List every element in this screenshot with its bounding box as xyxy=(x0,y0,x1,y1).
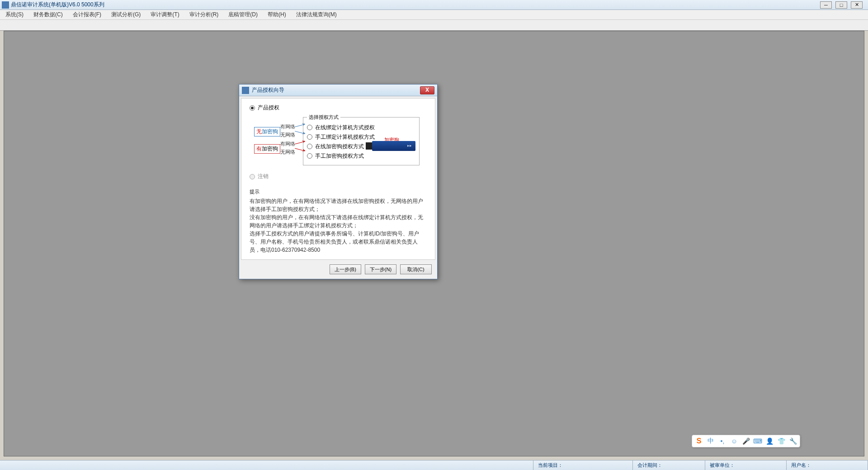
main-titlebar: 鼎信诺审计系统(单机版)V6.0 5000系列 ─ □ ✕ xyxy=(0,0,868,10)
status-project: 当前项目： xyxy=(533,461,633,470)
label-has-net-1: 有网络 xyxy=(280,123,295,130)
status-user: 用户名： xyxy=(787,461,868,470)
menu-adjust[interactable]: 审计调整(T) xyxy=(149,10,181,19)
radio-product-auth[interactable]: 产品授权 xyxy=(250,104,427,112)
arrow-icon xyxy=(295,125,303,127)
label-has-net-2: 有网络 xyxy=(280,141,295,147)
hint-title: 提示 xyxy=(250,188,427,195)
minimize-button[interactable]: ─ xyxy=(820,1,832,9)
ime-skin-icon[interactable]: 👕 xyxy=(777,437,785,445)
dialog-title: 产品授权向导 xyxy=(252,86,284,94)
close-button[interactable]: ✕ xyxy=(851,1,863,9)
radio-icon xyxy=(250,174,255,179)
hint-section: 提示 有加密狗的用户，在有网络情况下请选择在线加密狗授权，无网络的用户请选择手工… xyxy=(250,188,427,254)
menu-papers[interactable]: 底稿管理(D) xyxy=(226,10,259,19)
status-empty xyxy=(0,461,533,470)
arrow-icon xyxy=(295,148,303,151)
toolbar-area xyxy=(0,20,868,31)
radio-label: 在线加密狗授权方式 xyxy=(315,143,364,150)
radio-icon xyxy=(307,144,312,149)
ime-keyboard-icon[interactable]: ⌨ xyxy=(754,437,762,445)
hint-body: 有加密狗的用户，在有网络情况下请选择在线加密狗授权，无网络的用户请选择手工加密狗… xyxy=(250,197,427,254)
menu-bar: 系统(S) 财务数据(C) 会计报表(F) 测试分析(G) 审计调整(T) 审计… xyxy=(0,10,868,20)
menu-finance[interactable]: 财务数据(C) xyxy=(32,10,65,19)
label-no-net-1: 无网络 xyxy=(280,132,295,138)
ime-logo-icon[interactable]: S xyxy=(695,437,703,445)
dialog-body: 产品授权 无加密狗 有加密狗 有网络 无网络 有网络 无网络 选择授权方式 在线… xyxy=(241,98,435,260)
status-bar: 当前项目： 会计期间： 被审单位： 用户名： xyxy=(0,460,868,470)
arrow-icon xyxy=(295,131,303,134)
radio-icon xyxy=(250,105,255,111)
ime-user-icon[interactable]: 👤 xyxy=(765,437,774,445)
radio-manual-dongle[interactable]: 手工加密狗授权方式 xyxy=(307,152,415,160)
status-audited: 被审单位： xyxy=(705,461,787,470)
radio-icon xyxy=(307,134,312,140)
radio-label: 手工加密狗授权方式 xyxy=(315,152,364,160)
ime-emoji-icon[interactable]: ☺ xyxy=(730,437,738,445)
ime-toolbar[interactable]: S 中 •, ☺ 🎤 ⌨ 👤 👕 🔧 xyxy=(692,435,800,447)
dialog-button-row: 上一步(B) 下一步(N) 取消(C) xyxy=(239,262,437,279)
radio-label: 在线绑定计算机方式授权 xyxy=(315,124,375,132)
cancel-button[interactable]: 取消(C) xyxy=(400,264,432,274)
auth-guide-left: 无加密狗 有加密狗 有网络 无网络 有网络 无网络 xyxy=(254,117,299,165)
radio-product-auth-label: 产品授权 xyxy=(258,104,279,112)
app-icon xyxy=(2,1,9,9)
radio-icon xyxy=(307,153,312,159)
radio-manual-computer[interactable]: 手工绑定计算机授权方式 xyxy=(307,133,415,141)
menu-law[interactable]: 法律法规查询(M) xyxy=(294,10,339,19)
arrow-icon xyxy=(295,142,303,145)
maximize-button[interactable]: □ xyxy=(835,1,847,9)
dongle-image: ▸▸ xyxy=(372,141,415,151)
fieldset-legend: 选择授权方式 xyxy=(307,114,340,121)
dialog-close-button[interactable]: X xyxy=(420,86,434,94)
app-title: 鼎信诺审计系统(单机版)V6.0 5000系列 xyxy=(11,1,104,9)
menu-reports[interactable]: 会计报表(F) xyxy=(71,10,103,19)
next-button[interactable]: 下一步(N) xyxy=(365,264,396,274)
tag-no-dongle: 无加密狗 xyxy=(254,127,280,136)
ime-settings-icon[interactable]: 🔧 xyxy=(789,437,797,445)
ime-lang-icon[interactable]: 中 xyxy=(707,437,715,445)
prev-button[interactable]: 上一步(B) xyxy=(330,264,361,274)
radio-icon xyxy=(307,125,312,130)
menu-help[interactable]: 帮助(H) xyxy=(266,10,288,19)
radio-logout-label: 注销 xyxy=(258,173,269,180)
menu-system[interactable]: 系统(S) xyxy=(4,10,25,19)
label-no-net-2: 无网络 xyxy=(280,149,295,155)
auth-method-fieldset: 选择授权方式 在线绑定计算机方式授权 手工绑定计算机授权方式 在线加密狗授权方式… xyxy=(303,117,420,165)
ime-mic-icon[interactable]: 🎤 xyxy=(742,437,750,445)
menu-test[interactable]: 测试分析(G) xyxy=(109,10,142,19)
tag-has-dongle: 有加密狗 xyxy=(254,144,280,154)
radio-online-computer[interactable]: 在线绑定计算机方式授权 xyxy=(307,123,415,132)
radio-logout: 注销 xyxy=(250,173,427,180)
ime-punct-icon[interactable]: •, xyxy=(718,437,726,445)
dialog-titlebar[interactable]: 产品授权向导 X xyxy=(239,85,437,96)
menu-analysis[interactable]: 审计分析(R) xyxy=(188,10,221,19)
radio-label: 手工绑定计算机授权方式 xyxy=(315,133,375,141)
dialog-icon xyxy=(242,87,249,94)
auth-wizard-dialog: 产品授权向导 X 产品授权 无加密狗 有加密狗 有网络 无网络 有网络 无网络 … xyxy=(239,84,438,279)
status-period: 会计期间： xyxy=(633,461,705,470)
